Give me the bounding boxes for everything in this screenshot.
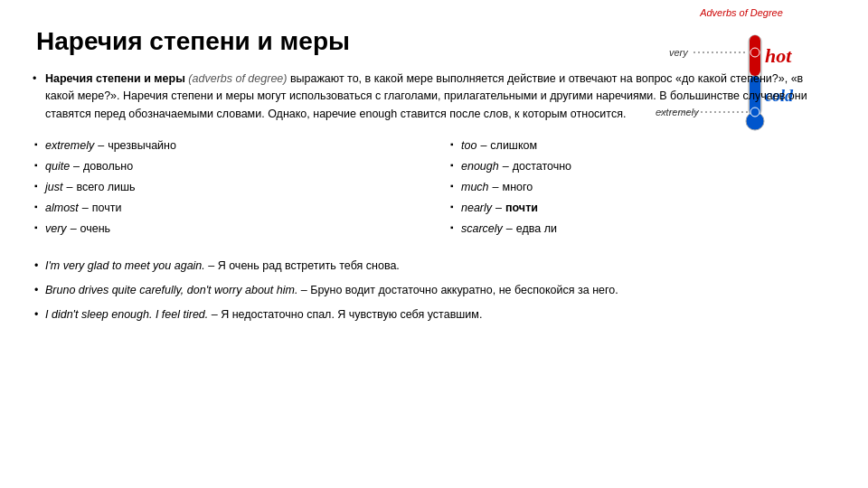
page: Adverbs of Degree very — [0, 0, 868, 488]
vocab-ru: слишком — [490, 139, 537, 152]
vocab-ru: почти — [92, 202, 122, 214]
vocab-en: quite — [45, 160, 70, 173]
example-item: Bruno drives quite carefully, don't worr… — [36, 282, 832, 299]
vocab-ru: всего лишь — [76, 181, 135, 193]
example-en: I didn't sleep enough. I feel tired. – Я… — [45, 306, 482, 324]
vocab-ru: едва ли — [516, 222, 557, 235]
vocab-ru: довольно — [83, 160, 133, 173]
vocab-en: much — [461, 181, 489, 193]
vocab-item: very–очень — [36, 222, 416, 235]
thermo-title: Adverbs of Degree — [651, 7, 832, 18]
vocab-item: just–всего лишь — [36, 181, 416, 193]
example-item: I didn't sleep enough. I feel tired. – Я… — [36, 306, 832, 324]
vocab-en: very — [45, 222, 67, 235]
vocab-ru: много — [503, 181, 533, 193]
vocab-right-col: too–слишкомenough–достаточноmuch–многоne… — [452, 139, 832, 243]
svg-text:very: very — [669, 47, 689, 58]
vocab-item: enough–достаточно — [452, 160, 832, 173]
vocab-item: scarcely–едва ли — [452, 222, 832, 235]
vocab-en: enough — [461, 160, 499, 173]
vocab-item: much–много — [452, 181, 832, 193]
vocab-ru: достаточно — [513, 160, 571, 173]
svg-text:hot: hot — [765, 44, 792, 67]
vocab-en: too — [461, 139, 476, 152]
example-en: Bruno drives quite carefully, don't worr… — [45, 282, 618, 299]
example-en: I'm very glad to meet you again. – Я оче… — [45, 258, 400, 275]
vocab-ru: почти — [505, 202, 538, 214]
example-item: I'm very glad to meet you again. – Я оче… — [36, 258, 832, 275]
vocab-en: almost — [45, 202, 79, 214]
vocab-item: nearly–почти — [452, 202, 832, 214]
vocab-item: almost–почти — [36, 202, 416, 214]
intro-italic-term: (adverbs of degree) — [188, 72, 287, 85]
vocab-left-col: extremely–чрезвычайноquite–довольноjust–… — [36, 139, 416, 243]
vocab-en: nearly — [461, 202, 492, 214]
vocab-en: just — [45, 181, 62, 193]
intro-bold-term: Наречия степени и меры — [45, 72, 185, 85]
vocab-item: too–слишком — [452, 139, 832, 152]
vocab-en: scarcely — [461, 222, 503, 235]
vocab-item: extremely–чрезвычайно — [36, 139, 416, 152]
vocab-ru: очень — [80, 222, 111, 235]
svg-point-6 — [750, 48, 760, 57]
vocab-en: extremely — [45, 139, 94, 152]
vocab-columns: extremely–чрезвычайноquite–довольноjust–… — [36, 139, 832, 243]
vocab-item: quite–довольно — [36, 160, 416, 173]
intro-paragraph: Наречия степени и меры (adverbs of degre… — [36, 70, 832, 123]
vocab-ru: чрезвычайно — [108, 139, 176, 152]
examples-list: I'm very glad to meet you again. – Я оче… — [36, 258, 832, 323]
